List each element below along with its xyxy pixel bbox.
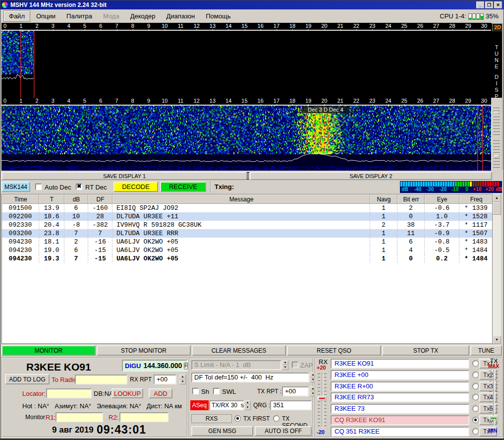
menu-item-Файл[interactable]: Файл [3, 10, 30, 22]
tx-message-field-tx2[interactable]: R3KEE +00 [331, 370, 469, 380]
time-tick: 5 [83, 23, 86, 29]
scrollbar-up-button[interactable]: ▲ [493, 194, 501, 202]
menu-item-Опции[interactable]: Опции [31, 11, 60, 21]
column-header-freq[interactable]: Freq [459, 194, 493, 204]
time-tick: 4 [67, 98, 70, 104]
add-button[interactable]: ADD [149, 388, 172, 398]
decode-row[interactable]: 09423019.37-15UA6LJV OK2WO +05100.2* 148… [2, 254, 492, 263]
menu-item-Декодер[interactable]: Декодер [125, 11, 161, 21]
stop-monitor-button[interactable]: STOP MONITOR [97, 345, 191, 356]
column-header-bit-err[interactable]: Bit err [397, 194, 425, 204]
tx-message-field-tx7[interactable]: CQ 351 R3KEE [331, 427, 469, 437]
waterfall-bottom-canvas[interactable] [1, 106, 492, 171]
reset-qso-button[interactable]: RESET QSO [287, 345, 381, 356]
waterfall-zero-slider[interactable] [493, 140, 500, 169]
clear-messages-button[interactable]: CLEAR MESSAGES [192, 345, 286, 356]
save-display-2-button[interactable]: SAVE DISPLAY 2 [250, 172, 492, 180]
receive-button[interactable]: RECEIVE [160, 182, 206, 192]
tune-button[interactable]: TUNE [470, 345, 502, 356]
2d-view-button[interactable]: 2D [492, 23, 503, 31]
tx-message-field-tx4[interactable]: R3KEE RR73 [331, 392, 469, 402]
tx-select-radio-tx4[interactable] [472, 394, 479, 400]
menu-item-Мода[interactable]: Мода [98, 11, 124, 21]
decode-button[interactable]: DECODE [113, 182, 158, 192]
tx-select-radio-tx6[interactable] [472, 417, 479, 423]
monitor-r1-field[interactable] [56, 412, 103, 422]
decode-row[interactable]: 09220018.61028DL7UDA UR3EE +11101.0* 152… [2, 212, 492, 221]
rt-dec-checkbox[interactable] [76, 184, 82, 190]
qrg-field[interactable]: 351 [270, 400, 312, 410]
rxs-button[interactable]: RXS [191, 414, 232, 423]
save-display-1-button[interactable]: SAVE DISPLAY 1 [1, 172, 247, 180]
tx-select-radio-tx2[interactable] [472, 372, 479, 378]
auto-dec-checkbox[interactable] [35, 184, 42, 190]
tx-select-radio-tx7[interactable] [472, 428, 479, 435]
rx-rpt-spinner[interactable]: ▲▼ [179, 375, 186, 384]
tx-power-slider-handle[interactable] [489, 416, 498, 420]
s-limit-spinner[interactable]: ▲▼ [282, 360, 288, 370]
scrollbar-down-button[interactable]: ▼ [493, 336, 501, 344]
f-button[interactable]: F [184, 362, 188, 370]
table-scrollbar[interactable]: ▲ ▼ [493, 194, 501, 344]
txrx-period-spinner[interactable]: ▲▼ [244, 400, 251, 410]
scrollbar-thumb[interactable] [493, 202, 501, 215]
rx-gain-slider[interactable] [318, 373, 327, 428]
column-header-db[interactable]: dB [64, 194, 88, 204]
df-tol-field[interactable]: DF Tol def=150 +/- 400 Hz [191, 373, 309, 382]
column-header-t[interactable]: T [39, 194, 64, 204]
title-bar[interactable]: MSHV 144 MHz version 2.24 32-bit _ ❐ ✕ [0, 0, 504, 9]
column-header-time[interactable]: Time [2, 194, 39, 204]
menu-item-Помощь[interactable]: Помощь [201, 11, 235, 21]
tx-message-field-tx3[interactable]: R3KEE R+00 [331, 381, 469, 391]
to-radio-field[interactable] [75, 375, 127, 384]
maximize-button[interactable]: ❐ [485, 1, 493, 8]
decode-row[interactable]: 09320023.877DL7UDA UR3EE RRR111-0.9* 150… [2, 229, 492, 238]
waterfall-gain-slider[interactable] [493, 108, 500, 136]
tx-message-field-tx1[interactable]: R3KEE KO91 [331, 359, 469, 369]
menu-item-Палитра[interactable]: Палитра [61, 11, 97, 21]
tx-select-radio-tx3[interactable] [472, 383, 479, 389]
tx-select-radio-tx1[interactable] [472, 360, 479, 367]
stop-tx-button[interactable]: STOP TX [382, 345, 469, 356]
tx-power-slider[interactable] [489, 370, 498, 426]
locator-field[interactable] [46, 388, 92, 398]
tx-message-field-tx5[interactable]: R3KEE 73 [331, 404, 469, 414]
column-header-eye[interactable]: Eye [425, 194, 459, 204]
swl-checkbox[interactable] [213, 388, 220, 394]
rx-gain-slider-handle[interactable] [318, 396, 327, 400]
minimize-button[interactable]: _ [476, 1, 484, 8]
decode-row[interactable]: 09423018.12-16UA6LJV OK2WO +0516-0.8* 14… [2, 238, 492, 246]
add-to-log-button[interactable]: ADD TO LOG [5, 374, 50, 384]
gen-msg-button[interactable]: GEN MSG [191, 426, 253, 436]
rx-rpt-field[interactable]: +00 [154, 375, 176, 384]
decode-cell: 4 [397, 246, 425, 254]
decode-row[interactable]: 09423019.06-15UA6LJV OK2WO +0514-0.5* 14… [2, 246, 492, 254]
decode-row[interactable]: 09233020.4-8-382IV9HVQ R 591828 GC38UK23… [2, 221, 492, 229]
cpu-meter: CPU 1-4: 35% [440, 12, 499, 20]
waterfall-top-canvas[interactable] [1, 31, 492, 98]
monitor-button[interactable]: MONITOR [1, 345, 96, 356]
column-header-navg[interactable]: Navg [370, 194, 397, 204]
tx-message-field-tx6[interactable]: CQ R3KEE KO91 [331, 415, 469, 425]
tune-vertical-label[interactable]: TUNE [494, 44, 499, 70]
aseq-indicator[interactable]: ASeq [190, 400, 209, 410]
auto-is-off-button[interactable]: AUTO IS OFF [255, 426, 312, 436]
tx-select-radio-tx5[interactable] [472, 405, 479, 412]
db-colorbar-segment [440, 182, 442, 187]
monitor-r2-field[interactable] [119, 412, 168, 422]
tx-first-radio[interactable] [234, 415, 241, 422]
close-button[interactable]: ✕ [494, 1, 502, 8]
tx-rpt-field[interactable]: +00 [282, 386, 309, 396]
menu-item-Диапазон[interactable]: Диапазон [162, 11, 200, 21]
waterfall-scrollbar[interactable] [502, 23, 504, 171]
sh-checkbox[interactable] [192, 388, 199, 394]
tx-second-radio[interactable] [273, 415, 280, 422]
zap-checkbox[interactable] [292, 362, 298, 368]
mode-indicator[interactable]: MSK144 [1, 182, 30, 192]
lookup-button[interactable]: LOOKUP [112, 388, 143, 398]
column-header-message[interactable]: Message [112, 194, 370, 204]
txrx-period-field[interactable]: TX/RX 30 s [209, 400, 244, 410]
column-header-df[interactable]: DF [88, 194, 112, 204]
disp-vertical-label[interactable]: DISP [494, 74, 499, 100]
decode-row[interactable]: 09150013.96-160EI8IQ SP2AJ JO9212-0.6* 1… [2, 204, 492, 212]
